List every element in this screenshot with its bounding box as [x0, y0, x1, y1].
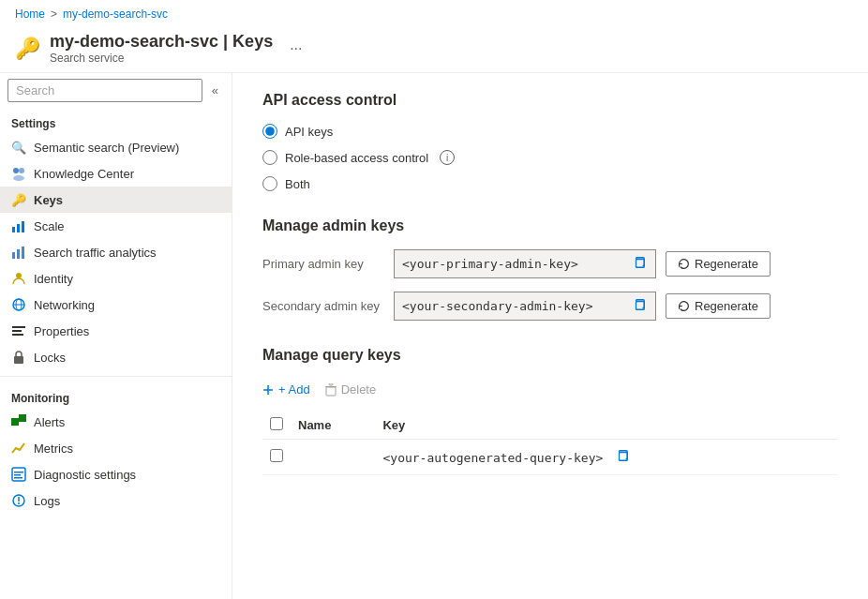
radio-rbac-input[interactable]: [262, 150, 277, 165]
row-checkbox[interactable]: [270, 449, 283, 462]
identity-icon: [11, 271, 26, 286]
admin-keys-section: Manage admin keys Primary admin key <you…: [262, 217, 838, 321]
sidebar-item-knowledge-center[interactable]: Knowledge Center: [0, 160, 232, 187]
main-layout: « Settings 🔍 Semantic search (Preview) K…: [0, 73, 868, 599]
admin-keys-title: Manage admin keys: [262, 217, 838, 234]
sidebar-item-label: Keys: [34, 193, 63, 207]
svg-rect-22: [14, 477, 22, 479]
sidebar-item-semantic-search[interactable]: 🔍 Semantic search (Preview): [0, 134, 232, 160]
select-all-checkbox[interactable]: [270, 417, 283, 430]
query-keys-table: Name Key <your-autogenerated-query-key>: [262, 412, 838, 475]
svg-rect-21: [14, 474, 21, 476]
sidebar-item-label: Identity: [34, 272, 73, 286]
page-header-text: my-demo-search-svc | Keys Search service: [50, 32, 273, 65]
metrics-icon: [11, 441, 26, 456]
radio-rbac[interactable]: Role-based access control i: [262, 150, 838, 165]
rbac-info-icon[interactable]: i: [440, 150, 455, 165]
breadcrumb-current[interactable]: my-demo-search-svc: [63, 7, 168, 21]
radio-api-keys-label: API keys: [285, 125, 333, 139]
svg-point-1: [19, 168, 24, 173]
radio-api-keys-input[interactable]: [262, 124, 277, 139]
search-input[interactable]: [7, 79, 202, 102]
query-actions: + Add Delete: [262, 379, 838, 400]
secondary-key-row: Secondary admin key <your-secondary-admi…: [262, 292, 838, 321]
svg-rect-17: [11, 418, 19, 426]
properties-icon: [11, 323, 26, 338]
table-header-name: Name: [291, 412, 375, 440]
svg-rect-15: [12, 334, 23, 336]
knowledge-center-icon: [11, 166, 26, 181]
svg-rect-20: [14, 472, 23, 473]
primary-key-box: <your-primary-admin-key>: [394, 249, 656, 278]
svg-rect-14: [12, 330, 22, 332]
query-key-value: <your-autogenerated-query-key>: [375, 440, 838, 475]
sidebar-item-label: Logs: [34, 494, 60, 508]
svg-rect-5: [22, 221, 24, 232]
sidebar-item-label: Search traffic analytics: [34, 246, 157, 260]
logs-icon: [11, 493, 26, 508]
add-query-key-button[interactable]: + Add: [262, 379, 310, 400]
keys-icon: 🔑: [11, 192, 26, 207]
settings-section-label: Settings: [0, 108, 232, 134]
radio-both-input[interactable]: [262, 176, 277, 191]
svg-point-0: [13, 168, 19, 173]
secondary-key-value: <your-secondary-admin-key>: [402, 299, 623, 313]
sidebar-item-search-traffic-analytics[interactable]: Search traffic analytics: [0, 239, 232, 265]
sidebar-item-label: Diagnostic settings: [34, 468, 136, 482]
monitoring-section-label: Monitoring: [0, 382, 232, 409]
radio-group-api-access: API keys Role-based access control i Bot…: [262, 124, 838, 191]
svg-rect-13: [12, 326, 25, 328]
sidebar-item-alerts[interactable]: Alerts: [0, 409, 232, 435]
table-header-checkbox-cell: [262, 412, 291, 440]
svg-point-25: [18, 502, 20, 504]
scale-icon: [11, 218, 26, 233]
svg-rect-18: [19, 414, 26, 422]
sidebar-item-networking[interactable]: Networking: [0, 292, 232, 318]
sidebar-item-label: Metrics: [34, 442, 73, 456]
breadcrumb: Home > my-demo-search-svc: [0, 0, 868, 28]
sidebar-item-label: Semantic search (Preview): [34, 141, 179, 155]
query-key-copy-button[interactable]: [614, 447, 631, 467]
sidebar-item-label: Networking: [34, 298, 95, 312]
svg-rect-31: [329, 383, 333, 385]
locks-icon: [11, 350, 26, 365]
networking-icon: [11, 297, 26, 312]
sidebar: « Settings 🔍 Semantic search (Preview) K…: [0, 73, 232, 599]
primary-key-label: Primary admin key: [262, 257, 384, 271]
key-icon: 🔑: [15, 37, 40, 61]
sidebar-item-label: Knowledge Center: [34, 167, 134, 181]
content-area: API access control API keys Role-based a…: [232, 73, 868, 599]
svg-rect-4: [17, 224, 20, 232]
svg-rect-6: [12, 252, 15, 259]
sidebar-item-properties[interactable]: Properties: [0, 318, 232, 344]
sidebar-item-identity[interactable]: Identity: [0, 265, 232, 292]
secondary-key-regenerate-button[interactable]: Regenerate: [666, 293, 771, 319]
sidebar-item-scale[interactable]: Scale: [0, 213, 232, 239]
breadcrumb-home[interactable]: Home: [15, 7, 45, 21]
collapse-sidebar-button[interactable]: «: [206, 80, 224, 101]
page-subtitle: Search service: [50, 52, 273, 65]
more-options-icon[interactable]: ···: [290, 40, 302, 57]
secondary-key-copy-button[interactable]: [631, 296, 648, 316]
row-checkbox-cell: [262, 440, 291, 475]
delete-query-key-button[interactable]: Delete: [325, 379, 377, 400]
primary-key-copy-button[interactable]: [631, 254, 648, 274]
table-row: <your-autogenerated-query-key>: [262, 440, 838, 475]
primary-key-row: Primary admin key <your-primary-admin-ke…: [262, 249, 838, 278]
sidebar-item-locks[interactable]: Locks: [0, 344, 232, 370]
sidebar-item-metrics[interactable]: Metrics: [0, 435, 232, 461]
secondary-key-box: <your-secondary-admin-key>: [394, 292, 656, 321]
primary-key-regenerate-button[interactable]: Regenerate: [666, 251, 771, 277]
query-keys-title: Manage query keys: [262, 347, 838, 364]
sidebar-item-diagnostic-settings[interactable]: Diagnostic settings: [0, 461, 232, 487]
delete-label: Delete: [341, 382, 377, 397]
add-label: + Add: [278, 382, 310, 397]
sidebar-item-label: Scale: [34, 219, 65, 233]
sidebar-item-keys[interactable]: 🔑 Keys: [0, 187, 232, 213]
sidebar-item-logs[interactable]: Logs: [0, 487, 232, 514]
radio-both[interactable]: Both: [262, 176, 838, 191]
regenerate-label: Regenerate: [695, 299, 758, 313]
svg-rect-3: [12, 227, 15, 232]
radio-api-keys[interactable]: API keys: [262, 124, 838, 139]
semantic-search-icon: 🔍: [11, 140, 26, 155]
